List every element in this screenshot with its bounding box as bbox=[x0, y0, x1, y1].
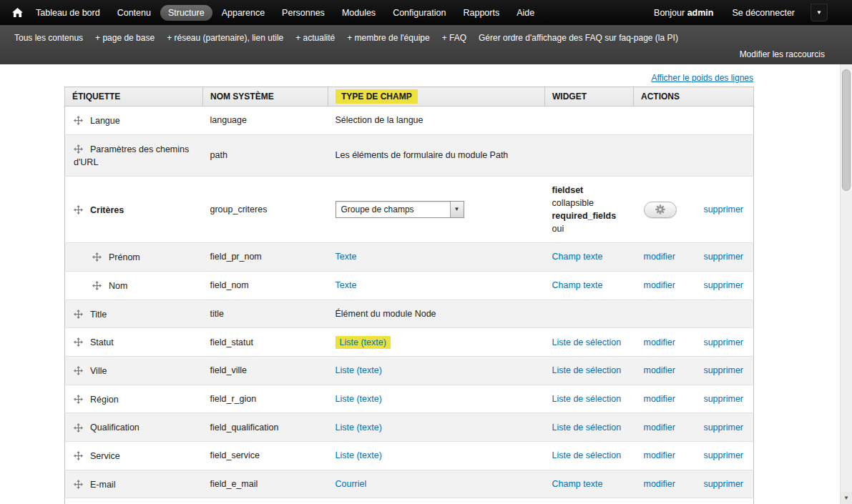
field-type-link[interactable]: Liste (texte) bbox=[336, 450, 382, 460]
widget-link[interactable]: Liste de sélection bbox=[552, 337, 622, 347]
edit-shortcuts-link[interactable]: Modifier les raccourcis bbox=[740, 49, 825, 59]
toolbar-item-rapports[interactable]: Rapports bbox=[455, 5, 507, 21]
actions-cell: modifiersupprimer bbox=[644, 364, 744, 377]
configure-group-button[interactable] bbox=[644, 202, 677, 218]
widget-link[interactable]: Liste de sélection bbox=[552, 394, 622, 404]
field-type-link[interactable]: Liste (texte) bbox=[336, 394, 382, 404]
group-format-select[interactable]: Groupe de champs▼ bbox=[336, 201, 464, 218]
field-label: Région bbox=[90, 394, 119, 404]
drag-handle-icon[interactable] bbox=[74, 337, 83, 347]
delete-link[interactable]: supprimer bbox=[703, 203, 743, 216]
widget-link[interactable]: Liste de sélection bbox=[552, 365, 622, 375]
field-system-name: field_r_gion bbox=[210, 394, 257, 404]
field-type-text: Sélection de la langue bbox=[336, 115, 423, 125]
chevron-down-icon: ▼ bbox=[816, 10, 822, 16]
delete-link[interactable]: supprimer bbox=[703, 364, 743, 377]
field-label: Service bbox=[90, 451, 120, 461]
toolbar-item-aide[interactable]: Aide bbox=[509, 5, 542, 21]
drag-handle-icon[interactable] bbox=[74, 480, 83, 489]
scrollbar-down-button[interactable]: ▼ bbox=[841, 492, 852, 504]
delete-link[interactable]: supprimer bbox=[703, 449, 743, 462]
toolbar-item-configuration[interactable]: Configuration bbox=[385, 5, 454, 21]
toolbar-item-tableau-de-bord[interactable]: Tableau de bord bbox=[28, 5, 108, 21]
edit-link[interactable]: modifier bbox=[644, 250, 675, 263]
shortcut-item-reseau-partenaire-lien-utile[interactable]: + réseau (partenaire), lien utile bbox=[167, 33, 283, 43]
widget-link[interactable]: Champ texte bbox=[552, 280, 603, 290]
delete-link[interactable]: supprimer bbox=[703, 336, 743, 349]
delete-link[interactable]: supprimer bbox=[703, 478, 743, 490]
move-glyph bbox=[74, 116, 83, 125]
column-header-type-de-champ: TYPE DE CHAMP bbox=[328, 87, 545, 107]
fields-table-body: LanguelanguageSélection de la languePara… bbox=[65, 107, 754, 504]
shortcut-item-tous-les-contenus[interactable]: Tous les contenus bbox=[14, 33, 83, 43]
widget-link[interactable]: Liste de sélection bbox=[552, 423, 622, 433]
table-row: Villefield_villeListe (texte)Liste de sé… bbox=[65, 356, 754, 385]
column-header-label: ACTIONS bbox=[641, 92, 680, 102]
drag-handle-icon[interactable] bbox=[74, 116, 83, 125]
drag-handle-icon[interactable] bbox=[74, 144, 83, 154]
edit-link[interactable]: modifier bbox=[644, 449, 675, 462]
widget-link[interactable]: Liste de sélection bbox=[552, 450, 622, 460]
vertical-scrollbar[interactable]: ▼ bbox=[840, 64, 852, 504]
field-type-link[interactable]: Liste (texte) bbox=[336, 336, 391, 349]
delete-link[interactable]: supprimer bbox=[703, 250, 743, 263]
table-row: Qualificationfield_qualificationListe (t… bbox=[65, 413, 754, 442]
toolbar-item-structure[interactable]: Structure bbox=[160, 5, 212, 21]
table-header-row: ÉTIQUETTENOM SYSTÈMETYPE DE CHAMPWIDGETA… bbox=[65, 87, 754, 107]
show-row-weights-link[interactable]: Afficher le poids des lignes bbox=[651, 73, 753, 83]
widget-info-line: required_fields bbox=[552, 209, 627, 222]
widget-info-line: oui bbox=[552, 222, 627, 235]
scrollbar-thumb[interactable] bbox=[842, 69, 851, 191]
drag-handle-icon[interactable] bbox=[74, 366, 83, 375]
widget-link[interactable]: Champ texte bbox=[552, 252, 603, 262]
shortcut-item-gerer-ordre-d-affichage-des-faq-sur-faq-page-la-pi[interactable]: Gérer ordre d'affichage des FAQ sur faq-… bbox=[479, 33, 678, 43]
delete-link[interactable]: supprimer bbox=[703, 421, 743, 434]
toolbar-item-apparence[interactable]: Apparence bbox=[214, 5, 273, 21]
edit-link[interactable]: modifier bbox=[644, 336, 675, 349]
field-system-name: field_statut bbox=[210, 337, 253, 347]
field-system-name: field_pr_nom bbox=[210, 252, 262, 262]
move-glyph bbox=[92, 281, 102, 290]
widget-info-line: collapsible bbox=[552, 197, 627, 209]
shortcut-item-faq[interactable]: + FAQ bbox=[442, 33, 466, 43]
field-system-name: path bbox=[210, 150, 227, 160]
drag-handle-icon[interactable] bbox=[74, 451, 83, 460]
edit-link[interactable]: modifier bbox=[644, 478, 675, 490]
toolbar-item-modules[interactable]: Modules bbox=[334, 5, 383, 21]
edit-link[interactable]: modifier bbox=[644, 392, 675, 405]
edit-link[interactable]: modifier bbox=[644, 364, 675, 377]
toolbar-item-contenu[interactable]: Contenu bbox=[109, 5, 159, 21]
move-glyph bbox=[74, 423, 83, 433]
toolbar-toggle-button[interactable]: ▼ bbox=[811, 4, 828, 21]
move-glyph bbox=[74, 480, 83, 489]
column-header-label: TYPE DE CHAMP bbox=[336, 89, 418, 104]
actions-cell: modifiersupprimer bbox=[644, 336, 744, 349]
field-type-link[interactable]: Liste (texte) bbox=[336, 423, 382, 433]
table-row: Servicefield_serviceListe (texte)Liste d… bbox=[65, 442, 754, 470]
logout-link[interactable]: Se déconnecter bbox=[732, 8, 795, 18]
drag-handle-icon[interactable] bbox=[92, 252, 102, 262]
shortcut-item-membre-de-l-equipe[interactable]: + membre de l'équipe bbox=[347, 33, 429, 43]
move-glyph bbox=[74, 310, 83, 319]
drag-handle-icon[interactable] bbox=[74, 395, 83, 404]
shortcut-item-actualite[interactable]: + actualité bbox=[295, 33, 335, 43]
edit-link[interactable]: modifier bbox=[644, 279, 675, 292]
field-label: Paramètres des chemins d'URL bbox=[74, 144, 189, 167]
delete-link[interactable]: supprimer bbox=[703, 279, 743, 292]
delete-link[interactable]: supprimer bbox=[703, 392, 743, 405]
home-icon[interactable] bbox=[7, 0, 27, 25]
field-type-link[interactable]: Texte bbox=[336, 280, 357, 290]
widget-link[interactable]: Champ texte bbox=[552, 479, 603, 489]
field-label: E-mail bbox=[90, 479, 115, 489]
drag-handle-icon[interactable] bbox=[74, 423, 83, 433]
shortcut-item-page-de-base[interactable]: + page de base bbox=[95, 33, 155, 43]
toolbar-item-personnes[interactable]: Personnes bbox=[274, 5, 333, 21]
field-type-link[interactable]: Courriel bbox=[336, 479, 367, 489]
select-dropdown-button[interactable]: ▼ bbox=[450, 202, 464, 217]
field-type-link[interactable]: Texte bbox=[336, 252, 357, 262]
drag-handle-icon[interactable] bbox=[92, 281, 102, 290]
field-type-link[interactable]: Liste (texte) bbox=[336, 365, 382, 375]
drag-handle-icon[interactable] bbox=[74, 310, 83, 319]
drag-handle-icon[interactable] bbox=[74, 205, 83, 214]
edit-link[interactable]: modifier bbox=[644, 421, 675, 434]
